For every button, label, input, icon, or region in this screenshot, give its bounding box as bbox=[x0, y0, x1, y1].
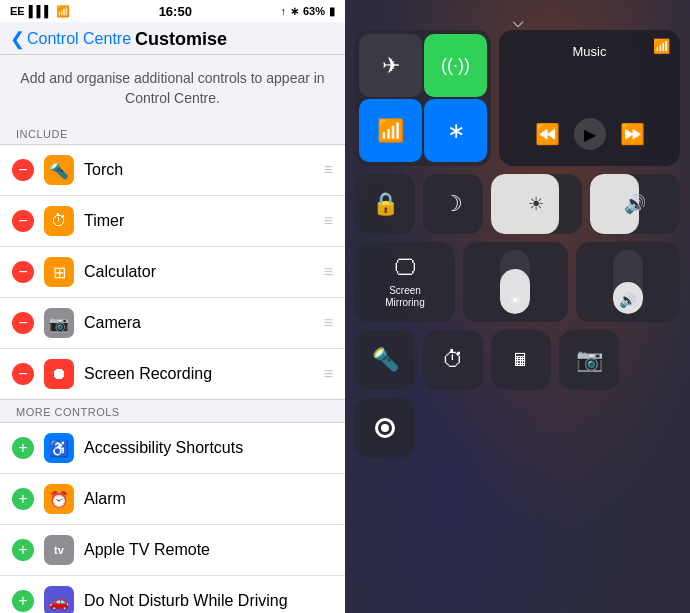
music-label: Music bbox=[509, 44, 670, 59]
camera-icon: 📷 bbox=[44, 308, 74, 338]
add-accessibility-button[interactable]: + bbox=[12, 437, 34, 459]
cc-row-5 bbox=[355, 398, 680, 458]
add-alarm-button[interactable]: + bbox=[12, 488, 34, 510]
drag-handle[interactable]: ≡ bbox=[324, 263, 333, 281]
back-arrow-icon: ❮ bbox=[10, 28, 25, 50]
network-tile[interactable]: ✈ ((·)) 📶 ∗ bbox=[355, 30, 491, 166]
airplane-icon: ✈ bbox=[382, 53, 400, 79]
calculator-label: Calculator bbox=[84, 263, 316, 281]
accessibility-icon: ♿ bbox=[44, 433, 74, 463]
volume-icon: 🔊 bbox=[624, 193, 646, 215]
wifi-status-icon: 📶 bbox=[56, 5, 70, 18]
volume-vertical-tile[interactable]: 🔊 bbox=[576, 242, 681, 322]
torch-cc-button[interactable]: 🔦 bbox=[355, 330, 415, 390]
volume-vert-slider[interactable]: 🔊 bbox=[613, 250, 643, 314]
battery-label: 63% bbox=[303, 5, 325, 17]
drag-handle[interactable]: ≡ bbox=[324, 314, 333, 332]
location-icon: ↑ bbox=[280, 5, 286, 17]
back-label: Control Centre bbox=[27, 30, 131, 48]
brightness-icon: ☀ bbox=[528, 193, 544, 215]
calculator-cc-icon: 🖩 bbox=[512, 350, 530, 371]
camera-cc-button[interactable]: 📷 bbox=[559, 330, 619, 390]
battery-icon: ▮ bbox=[329, 5, 335, 18]
accessibility-label: Accessibility Shortcuts bbox=[84, 439, 333, 457]
bluetooth-icon: ∗ bbox=[290, 5, 299, 18]
status-bar-time: 16:50 bbox=[159, 4, 192, 19]
dnd-driving-icon: 🚗 bbox=[44, 586, 74, 613]
control-centre-panel: ⌵ ✈ ((·)) 📶 ∗ 📶 Music bbox=[345, 0, 690, 613]
rotation-lock-icon: 🔒 bbox=[372, 191, 399, 217]
airplay-icon: 📶 bbox=[653, 38, 670, 54]
drag-handle[interactable]: ≡ bbox=[324, 212, 333, 230]
calculator-icon: ⊞ bbox=[44, 257, 74, 287]
more-controls-list: + ♿ Accessibility Shortcuts + ⏰ Alarm + … bbox=[0, 422, 345, 613]
cc-row-2: 🔒 ☽ ☀ 🔊 bbox=[355, 174, 680, 234]
cellular-button[interactable]: ((·)) bbox=[424, 34, 487, 97]
remove-screen-recording-button[interactable]: − bbox=[12, 363, 34, 385]
screen-recording-icon: ⏺ bbox=[44, 359, 74, 389]
rotation-lock-button[interactable]: 🔒 bbox=[355, 174, 415, 234]
do-not-disturb-button[interactable]: ☽ bbox=[423, 174, 483, 234]
screen-mirroring-button[interactable]: 🖵 ScreenMirroring bbox=[355, 242, 455, 322]
status-bar: EE ▌▌▌ 📶 16:50 ↑ ∗ 63% ▮ bbox=[0, 0, 345, 22]
bluetooth-icon: ∗ bbox=[447, 118, 465, 144]
play-icon: ▶ bbox=[584, 125, 596, 144]
drag-handle[interactable]: ≡ bbox=[324, 365, 333, 383]
record-inner bbox=[375, 418, 395, 438]
brightness-slider[interactable]: ☀ bbox=[491, 174, 582, 234]
airplane-mode-button[interactable]: ✈ bbox=[359, 34, 422, 97]
play-button[interactable]: ▶ bbox=[574, 118, 606, 150]
chevron-down-icon[interactable]: ⌵ bbox=[512, 8, 524, 32]
calculator-cc-button[interactable]: 🖩 bbox=[491, 330, 551, 390]
remove-camera-button[interactable]: − bbox=[12, 312, 34, 334]
cc-row-4: 🔦 ⏱ 🖩 📷 bbox=[355, 330, 680, 390]
drag-handle[interactable]: ≡ bbox=[324, 161, 333, 179]
more-controls-section-header: MORE CONTROLS bbox=[0, 400, 345, 422]
remove-calculator-button[interactable]: − bbox=[12, 261, 34, 283]
list-item: + ⏰ Alarm bbox=[0, 474, 345, 525]
dnd-driving-label: Do Not Disturb While Driving bbox=[84, 592, 333, 610]
status-bar-right: ↑ ∗ 63% ▮ bbox=[280, 5, 335, 18]
remove-timer-button[interactable]: − bbox=[12, 210, 34, 232]
wifi-button[interactable]: 📶 bbox=[359, 99, 422, 162]
list-item: + 🚗 Do Not Disturb While Driving bbox=[0, 576, 345, 613]
prev-track-button[interactable]: ⏪ bbox=[535, 122, 560, 146]
brightness-fill bbox=[491, 174, 559, 234]
next-track-button[interactable]: ⏩ bbox=[620, 122, 645, 146]
torch-cc-icon: 🔦 bbox=[372, 347, 399, 373]
appletv-icon: tv bbox=[44, 535, 74, 565]
list-item: − 📷 Camera ≡ bbox=[0, 298, 345, 349]
cc-row-3: 🖵 ScreenMirroring ☀ 🔊 bbox=[355, 242, 680, 322]
cc-row-1: ✈ ((·)) 📶 ∗ 📶 Music ⏪ ▶ bbox=[355, 30, 680, 166]
remove-torch-button[interactable]: − bbox=[12, 159, 34, 181]
screen-recording-cc-button[interactable] bbox=[355, 398, 415, 458]
camera-cc-icon: 📷 bbox=[576, 347, 603, 373]
brightness-vertical-tile[interactable]: ☀ bbox=[463, 242, 568, 322]
add-dnd-driving-button[interactable]: + bbox=[12, 590, 34, 612]
bluetooth-button[interactable]: ∗ bbox=[424, 99, 487, 162]
list-item: − ⏺ Screen Recording ≡ bbox=[0, 349, 345, 399]
torch-label: Torch bbox=[84, 161, 316, 179]
torch-icon: 🔦 bbox=[44, 155, 74, 185]
brightness-vert-slider[interactable]: ☀ bbox=[500, 250, 530, 314]
timer-cc-button[interactable]: ⏱ bbox=[423, 330, 483, 390]
cellular-icon: ((·)) bbox=[441, 55, 470, 76]
alarm-label: Alarm bbox=[84, 490, 333, 508]
volume-slider[interactable]: 🔊 bbox=[590, 174, 681, 234]
back-button[interactable]: ❮ Control Centre bbox=[10, 28, 131, 50]
mirroring-label: ScreenMirroring bbox=[385, 285, 424, 309]
timer-cc-icon: ⏱ bbox=[442, 347, 464, 373]
list-item: − ⏱ Timer ≡ bbox=[0, 196, 345, 247]
list-item: − ⊞ Calculator ≡ bbox=[0, 247, 345, 298]
status-bar-left: EE ▌▌▌ 📶 bbox=[10, 5, 70, 18]
timer-icon: ⏱ bbox=[44, 206, 74, 236]
brightness-vert-icon: ☀ bbox=[509, 292, 522, 308]
music-tile[interactable]: 📶 Music ⏪ ▶ ⏩ bbox=[499, 30, 680, 166]
nav-bar: ❮ Control Centre Customise bbox=[0, 22, 345, 55]
appletv-label: Apple TV Remote bbox=[84, 541, 333, 559]
page-title: Customise bbox=[135, 29, 227, 50]
timer-label: Timer bbox=[84, 212, 316, 230]
left-panel: EE ▌▌▌ 📶 16:50 ↑ ∗ 63% ▮ ❮ Control Centr… bbox=[0, 0, 345, 613]
mirroring-icon: 🖵 bbox=[394, 255, 416, 281]
add-appletv-button[interactable]: + bbox=[12, 539, 34, 561]
